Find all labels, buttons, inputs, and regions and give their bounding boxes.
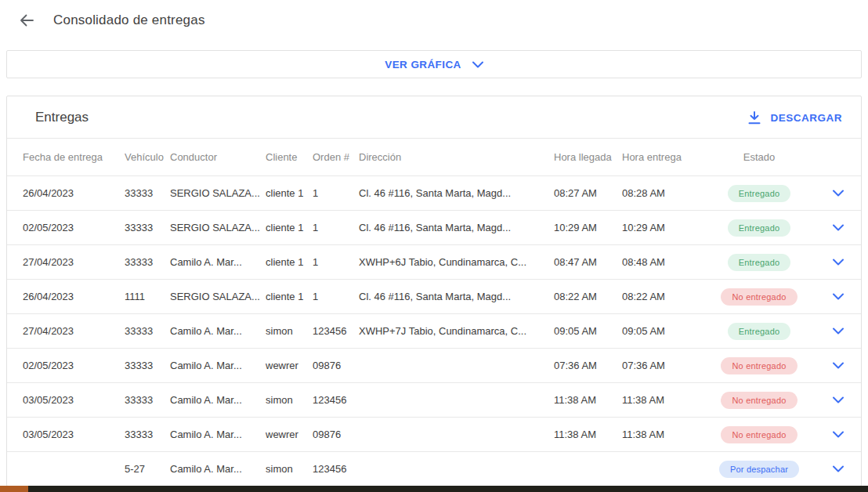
cell-cliente: wewrer: [266, 429, 313, 440]
cell-conductor: Camilo A. Mar...: [170, 394, 266, 406]
cell-orden: 1: [313, 291, 359, 302]
expand-row-button[interactable]: [828, 356, 848, 374]
status-badge: Entregado: [728, 185, 791, 202]
expand-row-button[interactable]: [828, 219, 848, 237]
column-header-conductor: Conductor: [170, 151, 266, 163]
graph-panel-bar: VER GRÁFICA: [6, 50, 862, 78]
table-row: 26/04/2023 33333 SERGIO SALAZA... client…: [7, 175, 861, 210]
column-header-hora-entrega: Hora entrega: [622, 151, 703, 163]
cell-vehiculo: 33333: [125, 360, 170, 371]
cell-hora-llegada: 09:05 AM: [554, 325, 622, 337]
cell-fecha: 02/05/2023: [23, 222, 125, 233]
column-header-cliente: Cliente: [266, 151, 313, 163]
table-header-row: Fecha de entrega Vehículo Conductor Clie…: [7, 138, 861, 175]
column-header-orden: Orden #: [313, 151, 359, 163]
back-arrow-icon: [19, 13, 34, 28]
status-badge: Entregado: [728, 254, 791, 271]
cell-direccion: Cl. 46 #116, Santa Marta, Magd...: [359, 187, 554, 199]
cell-orden: 123456: [313, 394, 359, 406]
cell-hora-llegada: 08:27 AM: [554, 187, 622, 199]
card-header: Entregas DESCARGAR: [7, 96, 861, 138]
cell-cliente: cliente 1: [266, 291, 313, 302]
cell-cliente: simon: [266, 394, 313, 406]
status-badge: No entregado: [721, 426, 797, 443]
cell-cliente: simon: [266, 325, 313, 337]
cell-fecha: 03/05/2023: [23, 394, 125, 406]
expand-row-button[interactable]: [828, 184, 848, 202]
table-row: 03/05/2023 33333 Camilo A. Mar... wewrer…: [7, 417, 861, 451]
cell-vehiculo: 33333: [125, 222, 170, 233]
status-badge: No entregado: [721, 288, 797, 306]
download-icon: [748, 111, 761, 125]
column-header-vehiculo: Vehículo: [125, 151, 170, 163]
cell-fecha: 02/05/2023: [23, 360, 125, 371]
expand-row-button[interactable]: [828, 391, 848, 409]
table-row: 27/04/2023 33333 Camilo A. Mar... client…: [7, 244, 861, 279]
cell-vehiculo: 33333: [125, 429, 170, 440]
cell-hora-entrega: 08:22 AM: [622, 291, 703, 302]
cell-cliente: cliente 1: [266, 256, 313, 268]
expand-row-button[interactable]: [828, 425, 848, 443]
status-badge: Entregado: [728, 323, 791, 340]
cell-fecha: 27/04/2023: [23, 325, 125, 337]
cell-hora-entrega: 10:29 AM: [622, 222, 703, 233]
cell-orden: 123456: [313, 325, 359, 337]
cell-hora-llegada: 11:38 AM: [554, 394, 622, 406]
table-row: 27/04/2023 33333 Camilo A. Mar... simon …: [7, 313, 861, 348]
chevron-down-icon: [833, 431, 844, 438]
chevron-down-icon: [833, 224, 844, 231]
status-badge: Entregado: [728, 219, 791, 237]
page-header: Consolidado de entregas: [0, 0, 868, 39]
column-header-estado: Estado: [703, 151, 820, 163]
cell-direccion: Cl. 46 #116, Santa Marta, Magd...: [359, 222, 554, 233]
table-row: 02/05/2023 33333 SERGIO SALAZA... client…: [7, 210, 861, 244]
chevron-down-icon: [833, 362, 844, 369]
cell-orden: 1: [313, 222, 359, 233]
expand-row-button[interactable]: [828, 460, 848, 478]
cell-hora-llegada: 07:36 AM: [554, 360, 622, 371]
cell-hora-entrega: 08:48 AM: [622, 256, 703, 268]
cell-hora-entrega: 11:38 AM: [622, 394, 703, 406]
ver-grafica-label: VER GRÁFICA: [385, 59, 461, 71]
back-button[interactable]: [17, 11, 36, 30]
column-header-hora-llegada: Hora llegada: [554, 151, 622, 163]
cell-hora-entrega: 11:38 AM: [622, 429, 703, 440]
cell-conductor: Camilo A. Mar...: [170, 256, 266, 268]
table-row: 02/05/2023 33333 Camilo A. Mar... wewrer…: [7, 348, 861, 382]
cell-vehiculo: 1111: [125, 291, 170, 302]
cell-fecha: 27/04/2023: [23, 256, 125, 268]
cell-conductor: SERGIO SALAZA...: [170, 291, 266, 302]
cell-direccion: XWHP+7J Tabio, Cundinamarca, C...: [359, 325, 554, 337]
cell-conductor: Camilo A. Mar...: [170, 360, 266, 371]
cell-hora-entrega: 09:05 AM: [622, 325, 703, 337]
cell-vehiculo: 33333: [125, 187, 170, 199]
cell-fecha: 26/04/2023: [23, 187, 125, 199]
cell-hora-llegada: 08:22 AM: [554, 291, 622, 302]
status-badge: No entregado: [721, 392, 797, 409]
cell-orden: 09876: [313, 429, 359, 440]
ver-grafica-button[interactable]: VER GRÁFICA: [385, 59, 483, 71]
page-title: Consolidado de entregas: [53, 13, 205, 28]
column-header-fecha: Fecha de entrega: [23, 151, 125, 163]
expand-row-button[interactable]: [828, 322, 848, 340]
cell-orden: 09876: [313, 360, 359, 371]
cell-cliente: wewrer: [266, 360, 313, 371]
cell-hora-llegada: 08:47 AM: [554, 256, 622, 268]
cell-vehiculo: 33333: [125, 256, 170, 268]
chevron-down-icon: [833, 396, 844, 403]
table-row: 03/05/2023 33333 Camilo A. Mar... simon …: [7, 382, 861, 417]
cell-hora-llegada: 10:29 AM: [554, 222, 622, 233]
cell-orden: 1: [313, 256, 359, 268]
cell-direccion: Cl. 46 #116, Santa Marta, Magd...: [359, 291, 554, 302]
descargar-label: DESCARGAR: [770, 112, 842, 124]
bottom-edge-bar: [0, 486, 868, 492]
descargar-button[interactable]: DESCARGAR: [748, 111, 842, 125]
cell-conductor: Camilo A. Mar...: [170, 325, 266, 337]
expand-row-button[interactable]: [828, 288, 848, 306]
card-title: Entregas: [35, 110, 89, 125]
cell-orden: 1: [313, 187, 359, 199]
chevron-down-icon: [833, 465, 844, 472]
entregas-card: Entregas DESCARGAR Fecha de entrega Vehí…: [6, 96, 862, 487]
chevron-down-icon: [833, 293, 844, 300]
expand-row-button[interactable]: [828, 253, 848, 271]
